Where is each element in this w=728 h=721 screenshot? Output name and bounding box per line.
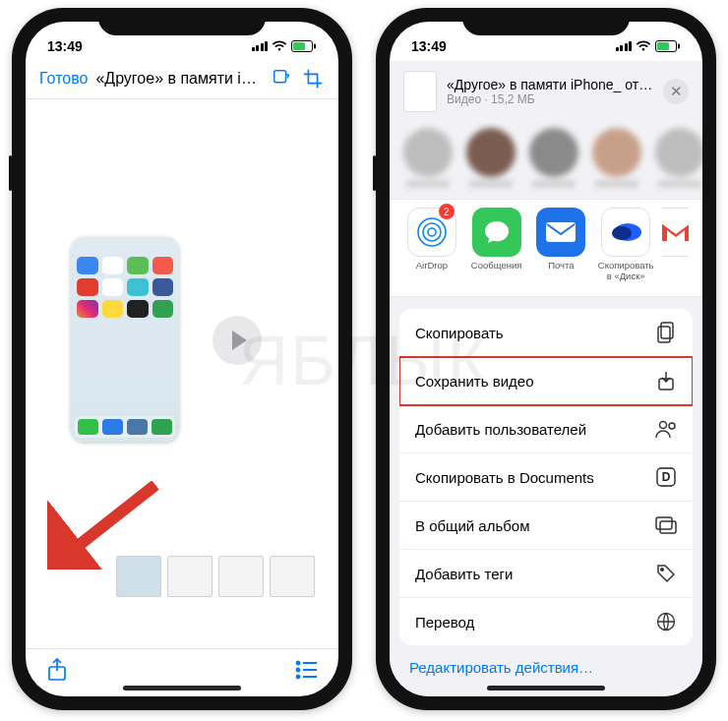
- svg-point-30: [661, 569, 664, 571]
- file-subtitle: Видео · 15,2 МБ: [447, 92, 653, 106]
- status-time: 13:49: [411, 38, 447, 54]
- status-time: 13:49: [47, 38, 83, 54]
- preview-area: [26, 99, 338, 648]
- list-icon[interactable]: [295, 658, 319, 682]
- airdrop-contacts[interactable]: [390, 122, 702, 199]
- wifi-icon: [272, 40, 287, 52]
- svg-rect-14: [678, 44, 680, 49]
- svg-text:D: D: [662, 470, 671, 484]
- svg-point-20: [612, 226, 632, 240]
- done-button[interactable]: Готово: [39, 70, 88, 88]
- app-yandex-disk[interactable]: Скопировать в «Диск»: [597, 208, 654, 282]
- home-indicator[interactable]: [123, 686, 241, 691]
- markup-icon[interactable]: [270, 67, 293, 90]
- svg-rect-3: [274, 71, 286, 83]
- svg-point-6: [297, 662, 300, 665]
- tag-icon: [655, 563, 677, 584]
- annotation-arrow: [47, 481, 165, 570]
- svg-rect-21: [661, 323, 673, 338]
- add-people-icon: [655, 418, 677, 440]
- document-title: «Другое» в памяти iPh...: [95, 70, 262, 88]
- notch: [462, 8, 630, 35]
- svg-rect-1: [293, 42, 305, 50]
- svg-point-15: [428, 228, 436, 236]
- share-icon[interactable]: [45, 658, 69, 682]
- svg-rect-28: [660, 521, 676, 533]
- app-airdrop[interactable]: 2 AirDrop: [403, 208, 460, 282]
- file-title: «Другое» в памяти iPhone_ откуда б...: [447, 77, 653, 92]
- disk-icon: [601, 208, 650, 257]
- gmail-icon: [662, 208, 689, 257]
- action-copy-documents[interactable]: Скопировать в Documents D: [399, 453, 693, 502]
- action-save-video[interactable]: Сохранить видео: [399, 357, 693, 405]
- iphone-right: 13:49 «Другое» в памяти iPhone_ откуда б…: [376, 8, 716, 710]
- app-mail[interactable]: Почта: [533, 208, 590, 282]
- home-indicator[interactable]: [487, 686, 605, 691]
- svg-point-16: [423, 223, 441, 241]
- battery-icon: [655, 40, 681, 52]
- edit-actions-button[interactable]: Редактировать действия…: [390, 645, 702, 690]
- svg-rect-22: [658, 327, 670, 342]
- svg-line-4: [63, 485, 155, 558]
- crop-icon[interactable]: [301, 67, 325, 90]
- svg-rect-2: [314, 44, 316, 49]
- documents-app-icon: D: [655, 466, 677, 488]
- battery-icon: [291, 40, 317, 52]
- app-gmail[interactable]: [662, 208, 689, 282]
- copy-icon: [655, 322, 677, 343]
- cellular-icon: [616, 41, 633, 51]
- svg-rect-29: [656, 517, 672, 529]
- svg-point-10: [297, 676, 300, 679]
- action-copy[interactable]: Скопировать: [399, 309, 693, 357]
- action-add-people[interactable]: Добавить пользователей: [399, 405, 693, 453]
- action-translate[interactable]: Перевод: [399, 598, 693, 645]
- svg-point-25: [669, 423, 675, 429]
- wifi-icon: [636, 40, 651, 52]
- iphone-left: 13:49 Готово «Другое» в памяти iPh...: [12, 8, 352, 710]
- svg-point-24: [660, 422, 667, 429]
- action-add-tags[interactable]: Добавить теги: [399, 550, 693, 598]
- svg-rect-18: [546, 222, 576, 242]
- file-thumbnail: [403, 71, 437, 112]
- messages-icon: [472, 208, 521, 257]
- cellular-icon: [252, 41, 269, 51]
- play-button[interactable]: [212, 316, 262, 365]
- svg-rect-13: [657, 42, 669, 50]
- mail-icon: [536, 208, 585, 257]
- shared-album-icon: [655, 514, 677, 536]
- nav-bar: Готово «Другое» в памяти iPh...: [26, 61, 338, 98]
- airdrop-badge: 2: [439, 204, 455, 219]
- share-sheet: «Другое» в памяти iPhone_ откуда б... Ви…: [390, 61, 702, 696]
- video-thumbnail[interactable]: [71, 237, 179, 442]
- notch: [98, 8, 266, 35]
- close-icon[interactable]: ✕: [663, 79, 689, 104]
- download-icon: [655, 370, 677, 391]
- app-messages[interactable]: Сообщения: [468, 208, 525, 282]
- action-shared-album[interactable]: В общий альбом: [399, 502, 693, 550]
- svg-point-8: [297, 669, 300, 672]
- globe-icon: [655, 611, 677, 632]
- actions-list: Скопировать Сохранить видео Добавить пол…: [399, 309, 693, 645]
